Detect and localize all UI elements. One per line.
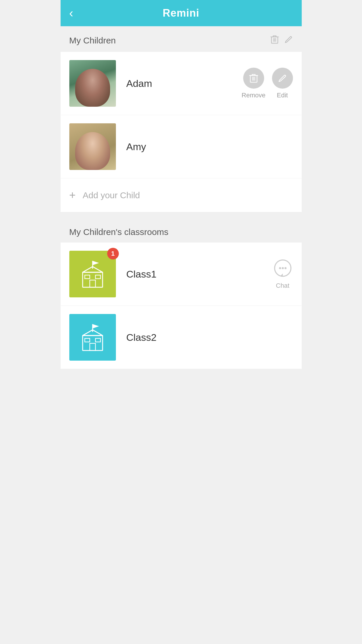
svg-rect-7 — [85, 275, 90, 279]
add-plus-icon: + — [69, 189, 76, 201]
class1-chat-button[interactable]: Chat — [273, 259, 293, 289]
class1-name: Class1 — [126, 269, 273, 280]
my-children-title: My Children — [69, 36, 116, 45]
svg-point-10 — [279, 267, 281, 269]
svg-marker-3 — [93, 261, 99, 265]
adam-name: Adam — [126, 78, 242, 89]
back-button[interactable]: ‹ — [69, 7, 73, 19]
adam-photo — [69, 60, 116, 107]
svg-marker-14 — [93, 324, 99, 329]
svg-rect-6 — [90, 280, 96, 287]
svg-rect-19 — [95, 338, 100, 342]
class2-thumb — [69, 314, 116, 361]
svg-point-11 — [282, 267, 284, 269]
amy-name: Amy — [126, 141, 293, 152]
class1-notification-badge: 1 — [107, 248, 119, 259]
app-header: ‹ Remini — [61, 0, 302, 26]
class1-thumb: 1 — [69, 251, 116, 297]
remove-label: Remove — [242, 92, 266, 99]
add-child-button[interactable]: + Add your Child — [61, 178, 302, 212]
svg-rect-17 — [90, 343, 96, 350]
classrooms-section: My Children's classrooms 1 — [61, 219, 302, 369]
classroom-row-class1[interactable]: 1 Clas — [61, 242, 302, 306]
edit-circle-icon — [272, 68, 293, 89]
header-edit-icon[interactable] — [284, 34, 293, 46]
remove-circle-icon — [243, 68, 264, 89]
svg-rect-5 — [82, 272, 102, 287]
edit-label: Edit — [277, 92, 288, 99]
children-card: Adam Remove — [61, 52, 302, 212]
class2-name: Class2 — [126, 332, 293, 343]
my-children-header: My Children — [61, 26, 302, 52]
svg-rect-18 — [85, 338, 90, 342]
adam-edit-button[interactable]: Edit — [272, 68, 293, 99]
svg-rect-16 — [82, 336, 102, 350]
classrooms-card: 1 Clas — [61, 242, 302, 369]
class1-chat-label: Chat — [276, 282, 289, 289]
amy-photo — [69, 123, 116, 170]
my-children-section: My Children Adam — [61, 26, 302, 212]
header-action-icons — [270, 34, 293, 46]
child-row-amy[interactable]: Amy — [61, 115, 302, 178]
app-title: Remini — [163, 7, 199, 19]
classroom-row-class2[interactable]: Class2 — [61, 306, 302, 369]
adam-remove-button[interactable]: Remove — [242, 68, 266, 99]
add-child-label: Add your Child — [83, 190, 140, 200]
child-row-adam[interactable]: Adam Remove — [61, 52, 302, 115]
svg-point-12 — [284, 267, 286, 269]
header-trash-icon[interactable] — [270, 34, 279, 46]
svg-rect-8 — [95, 275, 100, 279]
classrooms-title: My Children's classrooms — [61, 219, 302, 242]
adam-actions: Remove Edit — [242, 68, 293, 99]
